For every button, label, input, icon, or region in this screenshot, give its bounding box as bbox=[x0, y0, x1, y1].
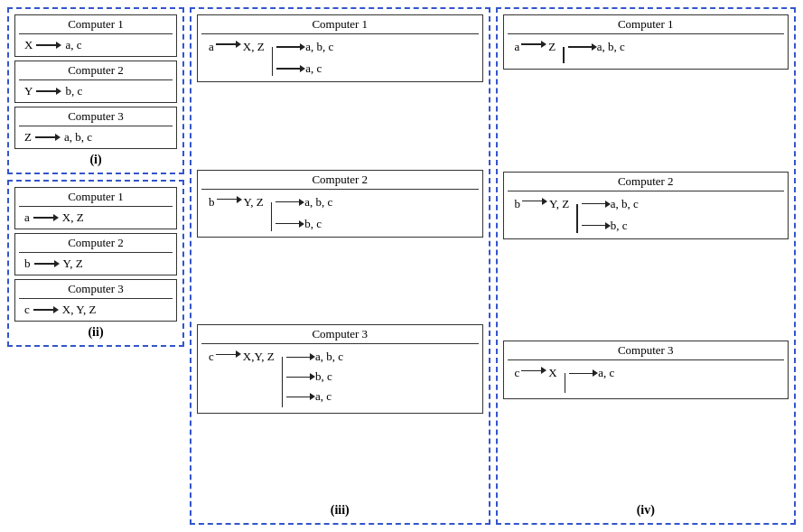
middle-column: Computer 1 a X, Z bbox=[190, 7, 490, 525]
c1-branch2: a, c bbox=[305, 61, 322, 76]
panel-iv-c1-title: Computer 1 bbox=[508, 17, 785, 34]
arrow-icon bbox=[286, 199, 304, 206]
panel-iv: Computer 1 a Z bbox=[496, 7, 797, 525]
panel-iii-c1-title: Computer 1 bbox=[201, 17, 479, 34]
c1-input: a bbox=[209, 40, 214, 54]
arrow-icon bbox=[593, 201, 611, 208]
arrow-icon bbox=[36, 88, 61, 95]
arrow-icon bbox=[216, 41, 241, 48]
arrow-icon bbox=[521, 41, 546, 48]
panel-iv-c3-tree: c X a, c bbox=[508, 362, 785, 397]
panel-i-computer-2: Computer 2 Y b, c bbox=[14, 61, 177, 103]
right-column: Computer 1 a Z bbox=[496, 7, 797, 525]
panel-iii-computer-2: Computer 2 b Y, Z bbox=[197, 170, 483, 238]
panel-ii-c1-title: Computer 1 bbox=[19, 190, 173, 207]
arrow-icon bbox=[35, 134, 61, 141]
panel-iv-c2-tree: b Y, Z a, b, c bbox=[508, 193, 785, 237]
arrow-icon bbox=[287, 65, 305, 72]
panel-iii-c2-title: Computer 2 bbox=[201, 173, 479, 190]
arrow-icon bbox=[521, 367, 546, 374]
arrow-icon bbox=[297, 393, 315, 400]
panel-i-c3-input: Z bbox=[24, 130, 32, 145]
panel-iv-label: (iv) bbox=[503, 503, 789, 518]
panel-ii-c2-title: Computer 2 bbox=[19, 236, 173, 253]
arrow-icon bbox=[593, 222, 611, 229]
c2-branch2: b, c bbox=[304, 217, 322, 231]
panel-iv-computer-2: Computer 2 b Y, Z bbox=[503, 172, 789, 239]
panel-iii-label: (iii) bbox=[197, 503, 483, 518]
panel-ii-c2-output: Y, Z bbox=[63, 257, 83, 271]
arrow-icon bbox=[297, 353, 315, 360]
iv-c2-intermediate: Y, Z bbox=[549, 197, 569, 211]
panel-i-c3-title: Computer 3 bbox=[19, 109, 173, 126]
arrow-icon bbox=[34, 260, 60, 267]
panel-i-c2-input: Y bbox=[24, 84, 33, 98]
panel-i-c1-input: X bbox=[24, 38, 33, 52]
c3-branch3: a, c bbox=[315, 389, 331, 404]
iv-c2-input: b bbox=[515, 197, 521, 211]
panel-i-label: (i) bbox=[14, 153, 177, 167]
panel-i: Computer 1 X a, c Computer 2 Y b, c Comp… bbox=[7, 7, 184, 174]
arrow-icon bbox=[33, 214, 59, 221]
iv-c2-branch1: a, b, c bbox=[611, 197, 639, 211]
arrow-icon bbox=[216, 350, 241, 358]
iv-c2-branch2: b, c bbox=[611, 219, 628, 233]
panel-i-c1-content: X a, c bbox=[19, 36, 173, 54]
panel-ii-c2-input: b bbox=[24, 257, 31, 271]
panel-iv-c1-tree: a Z a, b, c bbox=[508, 36, 785, 67]
panel-ii-computer-2: Computer 2 b Y, Z bbox=[14, 233, 177, 275]
panel-ii-c1-content: a X, Z bbox=[19, 209, 173, 227]
c2-branch1: a, b, c bbox=[304, 195, 332, 210]
main-container: Computer 1 X a, c Computer 2 Y b, c Comp… bbox=[7, 7, 796, 525]
arrow-icon bbox=[33, 306, 59, 313]
panel-i-c3-content: Z a, b, c bbox=[19, 128, 173, 146]
panel-ii: Computer 1 a X, Z Computer 2 b Y, Z Comp… bbox=[7, 180, 184, 347]
panel-iv-c3-title: Computer 3 bbox=[508, 343, 785, 360]
panel-i-c2-output: b, c bbox=[65, 84, 82, 98]
panel-i-computer-3: Computer 3 Z a, b, c bbox=[14, 107, 177, 149]
panel-ii-label: (ii) bbox=[14, 325, 177, 340]
panel-iii-computer-1: Computer 1 a X, Z bbox=[197, 14, 483, 82]
panel-i-c2-title: Computer 2 bbox=[19, 63, 173, 80]
iv-c3-intermediate: X bbox=[548, 366, 556, 380]
c3-intermediate: X,Y, Z bbox=[243, 350, 275, 364]
panel-ii-computer-1: Computer 1 a X, Z bbox=[14, 187, 177, 229]
panel-i-c2-content: Y b, c bbox=[19, 82, 173, 100]
arrow-icon bbox=[217, 196, 242, 203]
panel-iii-c3-tree: c X,Y, Z a, b, c bbox=[201, 346, 479, 411]
panel-iii: Computer 1 a X, Z bbox=[190, 7, 490, 525]
iv-c1-intermediate: Z bbox=[548, 40, 556, 54]
panel-ii-c1-input: a bbox=[24, 210, 30, 225]
iv-c1-branch1: a, b, c bbox=[597, 40, 625, 54]
c3-branch1: a, b, c bbox=[315, 350, 343, 364]
panel-ii-c1-output: X, Z bbox=[62, 210, 84, 225]
panel-i-c1-output: a, c bbox=[65, 38, 81, 52]
panel-ii-c2-content: b Y, Z bbox=[19, 255, 173, 273]
panel-i-c1-title: Computer 1 bbox=[19, 17, 173, 34]
panel-iii-c2-tree: b Y, Z a, b, c bbox=[201, 191, 479, 235]
arrow-icon bbox=[580, 369, 598, 377]
left-column: Computer 1 X a, c Computer 2 Y b, c Comp… bbox=[7, 7, 184, 525]
arrow-icon bbox=[297, 373, 315, 380]
arrow-icon bbox=[36, 42, 61, 49]
panel-ii-c3-input: c bbox=[24, 303, 30, 317]
panel-ii-c3-content: c X, Y, Z bbox=[19, 301, 173, 319]
panel-iv-computer-3: Computer 3 c X bbox=[503, 341, 789, 399]
panel-iii-c3-title: Computer 3 bbox=[201, 327, 479, 344]
c3-input: c bbox=[209, 350, 214, 364]
panel-iv-computer-1: Computer 1 a Z bbox=[503, 14, 789, 70]
c1-branch1: a, b, c bbox=[305, 40, 333, 54]
panel-iii-computer-3: Computer 3 c X,Y, Z bbox=[197, 324, 483, 414]
arrow-icon bbox=[579, 43, 597, 51]
arrow-icon bbox=[286, 220, 304, 228]
panel-iv-c2-title: Computer 2 bbox=[508, 174, 785, 191]
iv-c3-input: c bbox=[515, 366, 520, 380]
panel-iii-c1-tree: a X, Z a, b, c bbox=[201, 36, 479, 79]
arrow-icon bbox=[522, 198, 547, 205]
c1-intermediate: X, Z bbox=[243, 40, 265, 54]
c2-input: b bbox=[209, 195, 215, 210]
panel-ii-c3-output: X, Y, Z bbox=[62, 303, 97, 317]
panel-ii-computer-3: Computer 3 c X, Y, Z bbox=[14, 279, 177, 322]
panel-ii-c3-title: Computer 3 bbox=[19, 282, 173, 299]
c2-intermediate: Y, Z bbox=[244, 195, 264, 210]
